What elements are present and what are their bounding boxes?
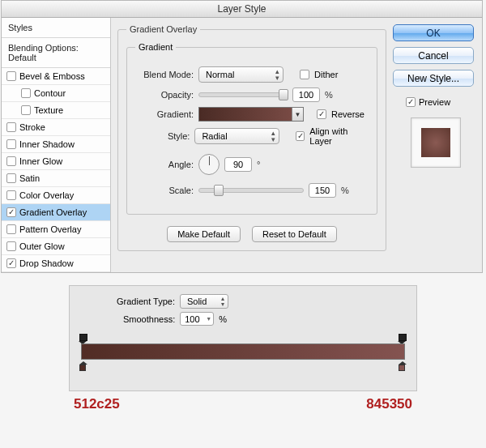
chevron-down-icon: ▼ — [206, 316, 211, 322]
sidebar-item-label: Bevel & Emboss — [19, 71, 85, 81]
sidebar-item-label: Drop Shadow — [19, 258, 74, 268]
gradient-swatch[interactable]: ▼ — [198, 107, 304, 122]
blend-mode-value: Normal — [206, 70, 234, 79]
blend-mode-select[interactable]: Normal ▴▾ — [198, 66, 284, 83]
gradient-overlay-group: Gradient Overlay Gradient Blend Mode: No… — [117, 24, 386, 251]
opacity-stop-left[interactable] — [79, 334, 87, 343]
hex-annotation-row: 512c25 845350 — [69, 396, 417, 412]
gradient-group: Gradient Blend Mode: Normal ▴▾ Dither Op… — [126, 42, 377, 215]
sidebar-item-inner-glow[interactable]: Inner Glow — [2, 153, 110, 170]
gradient-label: Gradient: — [135, 109, 194, 119]
blending-options-heading[interactable]: Blending Options: Default — [2, 38, 110, 68]
color-stop-right-swatch — [399, 365, 405, 371]
sidebar-item-label: Texture — [34, 105, 63, 115]
make-default-label: Make Default — [177, 229, 230, 239]
sidebar-item-bevel-emboss[interactable]: Bevel & Emboss — [2, 68, 110, 85]
sidebar-item-pattern-overlay[interactable]: Pattern Overlay — [2, 221, 110, 238]
inner-shadow-checkbox[interactable] — [6, 139, 16, 149]
scale-slider[interactable] — [198, 188, 304, 193]
pattern-overlay-checkbox[interactable] — [6, 224, 16, 234]
sidebar-item-contour[interactable]: Contour — [2, 85, 110, 102]
sidebar-item-label: Outer Glow — [19, 241, 65, 251]
new-style-button[interactable]: New Style... — [393, 70, 474, 87]
smoothness-value: 100 — [185, 314, 199, 324]
stroke-checkbox[interactable] — [6, 122, 16, 132]
angle-input[interactable]: 90 — [224, 157, 252, 172]
sidebar-item-stroke[interactable]: Stroke — [2, 119, 110, 136]
color-stop-left[interactable] — [79, 361, 87, 373]
sidebar-item-satin[interactable]: Satin — [2, 170, 110, 187]
gradient-bar[interactable] — [81, 343, 405, 360]
sidebar-item-inner-shadow[interactable]: Inner Shadow — [2, 136, 110, 153]
dither-checkbox[interactable] — [300, 70, 309, 79]
ok-button[interactable]: OK — [393, 24, 474, 41]
gradient-type-label: Gradient Type: — [117, 297, 175, 306]
style-select[interactable]: Radial ▴▾ — [194, 128, 279, 144]
opacity-label: Opacity: — [135, 90, 194, 100]
chevron-updown-icon: ▴▾ — [221, 296, 224, 307]
opacity-slider-thumb[interactable] — [279, 89, 288, 100]
inner-glow-checkbox[interactable] — [6, 156, 16, 166]
sidebar-item-outer-glow[interactable]: Outer Glow — [2, 238, 110, 255]
drop-shadow-checkbox[interactable] — [6, 258, 16, 268]
angle-dial-hand — [209, 156, 210, 165]
color-stop-right[interactable] — [399, 361, 407, 373]
style-label: Style: — [135, 131, 190, 141]
align-checkbox[interactable] — [296, 131, 305, 141]
ok-label: OK — [426, 28, 440, 39]
sidebar-item-label: Contour — [34, 88, 66, 98]
sidebar-item-gradient-overlay[interactable]: Gradient Overlay — [2, 204, 110, 221]
satin-checkbox[interactable] — [6, 173, 16, 183]
scale-input[interactable]: 150 — [309, 183, 336, 198]
opacity-input[interactable]: 100 — [292, 87, 320, 102]
gradient-overlay-checkbox[interactable] — [6, 207, 16, 217]
bevel-emboss-checkbox[interactable] — [6, 71, 16, 81]
sidebar-item-drop-shadow[interactable]: Drop Shadow — [2, 255, 110, 272]
gradient-bar-area — [81, 332, 405, 373]
smoothness-input[interactable]: 100 ▼ — [180, 312, 214, 326]
cancel-button[interactable]: Cancel — [393, 47, 474, 64]
scale-label: Scale: — [135, 186, 194, 195]
opacity-suffix: % — [325, 90, 333, 100]
styles-sidebar: Styles Blending Options: Default Bevel &… — [2, 18, 111, 272]
reset-default-label: Reset to Default — [262, 229, 326, 239]
sidebar-item-label: Pattern Overlay — [19, 224, 81, 234]
sidebar-item-texture[interactable]: Texture — [2, 102, 110, 119]
reset-default-button[interactable]: Reset to Default — [252, 226, 337, 242]
angle-dial[interactable] — [198, 154, 220, 175]
preview-checkbox[interactable] — [406, 97, 416, 107]
dialog-buttons: OK Cancel New Style... Preview — [393, 18, 482, 174]
preview-swatch — [421, 128, 450, 157]
styles-heading[interactable]: Styles — [2, 18, 110, 38]
angle-suffix: ° — [257, 160, 260, 169]
opacity-stop-right[interactable] — [399, 334, 407, 343]
layer-style-window: Layer Style Styles Blending Options: Def… — [1, 0, 483, 273]
sidebar-item-label: Satin — [19, 173, 40, 183]
sidebar-item-label: Gradient Overlay — [19, 207, 87, 217]
smoothness-label: Smoothness: — [123, 314, 175, 324]
cancel-label: Cancel — [418, 50, 448, 62]
smoothness-suffix: % — [219, 314, 227, 324]
contour-checkbox[interactable] — [21, 88, 31, 98]
gradient-type-select[interactable]: Solid ▴▾ — [180, 294, 228, 309]
opacity-slider[interactable] — [198, 92, 288, 97]
gradient-swatch-dropdown[interactable]: ▼ — [292, 108, 303, 121]
make-default-button[interactable]: Make Default — [167, 226, 241, 242]
window-title: Layer Style — [2, 1, 482, 18]
scale-slider-thumb[interactable] — [214, 185, 224, 196]
chevron-updown-icon: ▴▾ — [275, 68, 279, 81]
group-title: Gradient Overlay — [126, 24, 200, 34]
hex-right: 845350 — [366, 396, 412, 412]
gradient-editor-panel: Gradient Type: Solid ▴▾ Smoothness: 100 … — [69, 285, 417, 391]
outer-glow-checkbox[interactable] — [6, 241, 16, 251]
texture-checkbox[interactable] — [21, 105, 31, 115]
sidebar-item-label: Stroke — [19, 122, 45, 132]
color-overlay-checkbox[interactable] — [6, 190, 16, 200]
color-stop-left-swatch — [79, 365, 86, 371]
dither-label: Dither — [314, 70, 338, 79]
angle-label: Angle: — [135, 160, 194, 169]
sidebar-item-color-overlay[interactable]: Color Overlay — [2, 187, 110, 204]
reverse-checkbox[interactable] — [317, 109, 326, 119]
reverse-label: Reverse — [331, 109, 364, 119]
gradient-type-value: Solid — [187, 297, 207, 306]
